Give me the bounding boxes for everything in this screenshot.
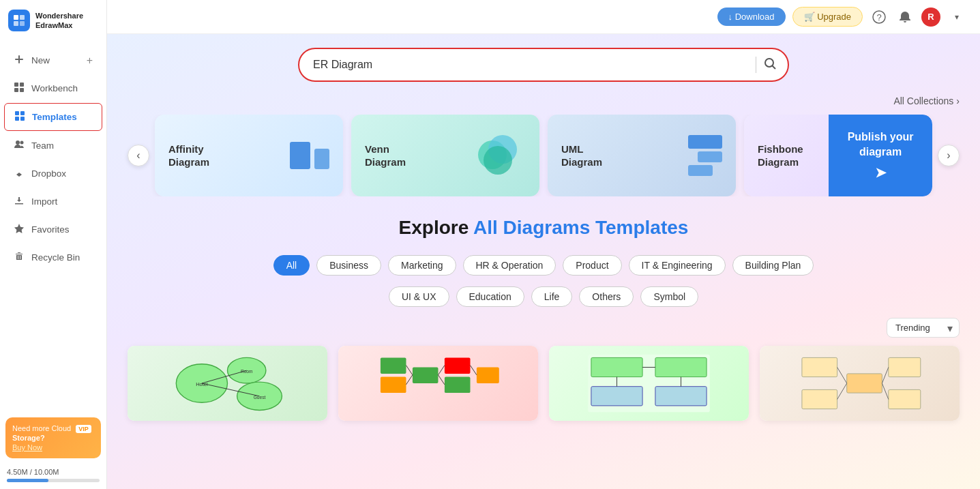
workbench-icon <box>14 82 25 95</box>
template-card-4-inner <box>760 346 960 421</box>
carousel-card-venn[interactable]: VennDiagram <box>351 115 539 196</box>
dropdown-chevron-icon[interactable]: ▾ <box>947 8 966 27</box>
sort-wrapper: Trending Newest Most Used <box>887 318 960 338</box>
carousel-card-fishbone[interactable]: FishboneDiagram Publish yourdiagram ➤ <box>744 115 932 196</box>
workbench-label: Workbench <box>31 83 78 93</box>
filter-building[interactable]: Building Plan <box>732 255 814 276</box>
template-card-2-inner <box>338 346 538 421</box>
recycle-bin-icon <box>14 251 25 264</box>
all-collections-link[interactable]: All Collections › <box>893 95 960 106</box>
templates-icon <box>14 110 25 123</box>
new-label: New <box>31 55 50 65</box>
help-icon[interactable]: ? <box>870 8 889 27</box>
filter-symbol[interactable]: Symbol <box>640 286 698 307</box>
svg-rect-50 <box>889 357 921 376</box>
sidebar-item-favorites[interactable]: Favorites <box>4 216 102 243</box>
svg-line-53 <box>837 383 847 400</box>
sidebar-item-import[interactable]: Import <box>4 188 102 215</box>
avatar[interactable]: R <box>921 8 940 27</box>
template-card-3[interactable] <box>549 346 749 421</box>
carousel-items: AffinityDiagram VennDiagram <box>149 115 938 196</box>
filter-others[interactable]: Others <box>579 286 634 307</box>
svg-rect-40 <box>591 357 642 376</box>
new-icon <box>14 54 25 67</box>
template-card-2[interactable] <box>338 346 538 421</box>
cloud-banner-title: Need more Cloud VIP <box>12 424 94 432</box>
all-collections-label: All Collections <box>893 95 953 106</box>
recycle-bin-label: Recycle Bin <box>31 252 80 263</box>
app-logo: Wondershare EdrawMax <box>0 0 106 41</box>
app-name: Wondershare <box>35 11 83 20</box>
carousel-next-button[interactable]: › <box>938 145 960 166</box>
svg-line-34 <box>406 366 413 375</box>
svg-rect-6 <box>14 83 18 87</box>
svg-rect-47 <box>802 357 837 376</box>
svg-line-19 <box>773 65 776 69</box>
template-card-3-inner <box>549 346 749 421</box>
search-button[interactable] <box>763 57 777 74</box>
filter-all[interactable]: All <box>273 255 310 276</box>
sort-row: Trending Newest Most Used <box>128 318 960 338</box>
sidebar-item-dropbox[interactable]: Dropbox <box>4 160 102 187</box>
cloud-banner[interactable]: Need more Cloud VIP Storage? Buy Now <box>5 417 101 458</box>
download-button[interactable]: ↓ Download <box>717 8 786 26</box>
uml-visual <box>688 135 722 176</box>
upgrade-button[interactable]: 🛒 Upgrade <box>792 7 863 27</box>
svg-rect-13 <box>20 117 25 121</box>
svg-rect-9 <box>20 88 24 92</box>
notification-icon[interactable] <box>895 8 915 27</box>
search-input[interactable] <box>310 52 749 78</box>
svg-text:Room: Room <box>241 369 253 374</box>
search-divider <box>756 57 756 73</box>
sidebar-item-new[interactable]: New + <box>4 47 102 74</box>
explore-section: Explore All Diagrams Templates <box>128 217 960 239</box>
import-icon <box>14 195 25 208</box>
svg-rect-7 <box>20 83 24 87</box>
dropbox-icon <box>14 167 25 180</box>
filter-life[interactable]: Life <box>531 286 573 307</box>
filter-product[interactable]: Product <box>563 255 621 276</box>
svg-rect-29 <box>381 377 406 394</box>
template-card-1[interactable]: Hotel Room Guest <box>128 346 327 421</box>
carousel-card-affinity[interactable]: AffinityDiagram <box>155 115 343 196</box>
filter-it[interactable]: IT & Engineering <box>629 255 726 276</box>
publish-text: Publish yourdiagram <box>848 130 914 160</box>
svg-line-55 <box>882 383 888 400</box>
svg-rect-30 <box>413 368 439 384</box>
svg-rect-33 <box>477 368 499 384</box>
storage-indicator: 4.50M / 10.00M <box>0 464 106 489</box>
filter-hr[interactable]: HR & Operation <box>463 255 556 276</box>
search-container <box>298 48 789 82</box>
template-card-4[interactable] <box>760 346 960 421</box>
filter-education[interactable]: Education <box>456 286 524 307</box>
svg-rect-42 <box>591 387 642 406</box>
svg-rect-41 <box>655 357 707 376</box>
svg-line-37 <box>439 375 445 385</box>
buy-now-link[interactable]: Buy Now <box>12 443 94 451</box>
svg-rect-28 <box>381 357 406 374</box>
team-icon <box>14 139 25 152</box>
svg-rect-32 <box>445 377 471 394</box>
team-label: Team <box>31 140 54 151</box>
sort-select[interactable]: Trending Newest Most Used <box>887 318 960 338</box>
svg-line-38 <box>471 366 477 375</box>
sidebar-item-workbench[interactable]: Workbench <box>4 75 102 102</box>
storage-text: 4.50M / 10.00M <box>7 468 100 476</box>
filter-marketing[interactable]: Marketing <box>388 255 456 276</box>
vip-badge: VIP <box>76 425 91 433</box>
cloud-banner-line2: Storage? <box>12 434 94 442</box>
sidebar-item-templates[interactable]: Templates <box>4 103 102 131</box>
new-plus-icon: + <box>87 55 93 67</box>
sidebar-item-recycle-bin[interactable]: Recycle Bin <box>4 244 102 271</box>
filter-business[interactable]: Business <box>316 255 381 276</box>
publish-overlay[interactable]: Publish yourdiagram ➤ <box>829 115 932 196</box>
carousel-card-uml[interactable]: UMLDiagram <box>548 115 736 196</box>
svg-rect-2 <box>14 21 18 26</box>
filter-ui[interactable]: UI & UX <box>389 286 449 307</box>
svg-point-15 <box>20 141 24 145</box>
venn-label: VennDiagram <box>365 143 406 169</box>
filter-pills-row2: UI & UX Education Life Others Symbol <box>128 286 960 307</box>
carousel-prev-button[interactable]: ‹ <box>128 145 149 166</box>
svg-rect-10 <box>15 111 19 115</box>
sidebar-item-team[interactable]: Team <box>4 132 102 159</box>
